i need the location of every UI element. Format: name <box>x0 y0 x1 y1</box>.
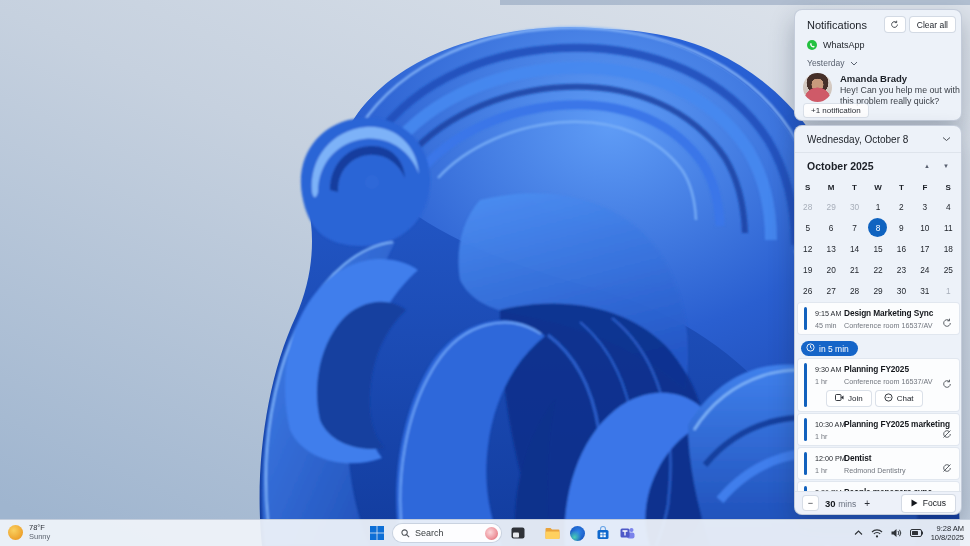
calendar-day[interactable]: 26 <box>796 280 819 301</box>
store-button[interactable] <box>594 525 611 542</box>
notifications-panel: Notifications Clear all WhatsApp Yesterd… <box>794 9 962 121</box>
weather-temperature: 78°F <box>29 523 50 532</box>
search-icon <box>401 529 410 538</box>
calendar-day[interactable]: 15 <box>866 238 889 259</box>
calendar-day[interactable]: 14 <box>843 238 866 259</box>
notification-message: Hey! Can you help me out with this probl… <box>840 85 964 106</box>
calendar-date-header[interactable]: Wednesday, October 8 <box>795 126 961 153</box>
tray-expand-icon[interactable] <box>854 530 863 536</box>
calendar-day[interactable]: 28 <box>796 196 819 217</box>
wifi-icon[interactable] <box>871 529 883 538</box>
calendar-day[interactable]: 6 <box>819 217 842 238</box>
search-box[interactable]: Search <box>393 524 501 542</box>
calendar-prev-button[interactable]: ▲ <box>924 163 930 169</box>
notification-group-label: WhatsApp <box>823 40 865 50</box>
event-location: Conference room 16537/AV <box>844 377 954 386</box>
calendar-day[interactable]: 25 <box>937 259 960 280</box>
agenda-event[interactable]: 2:30 PMPeople managers sync <box>798 482 959 491</box>
agenda-event[interactable]: 10:30 AMPlanning FY2025 marketing1 hr <box>798 414 959 445</box>
calendar-day[interactable]: 13 <box>819 238 842 259</box>
chat-icon <box>884 393 893 404</box>
calendar-day[interactable]: 27 <box>819 280 842 301</box>
duration-value: 30 <box>825 498 836 509</box>
calendar-day[interactable]: 1 <box>937 280 960 301</box>
event-duration: 1 hr <box>815 377 844 386</box>
task-view-button[interactable] <box>509 525 526 542</box>
calendar-day[interactable]: 5 <box>796 217 819 238</box>
focus-label: Focus <box>923 498 946 508</box>
tray-time: 9:28 AM <box>931 524 964 533</box>
calendar-day[interactable]: 11 <box>937 217 960 238</box>
calendar-day-header: T <box>843 179 866 196</box>
teams-button[interactable] <box>619 525 636 542</box>
battery-icon[interactable] <box>910 529 923 537</box>
increase-duration-button[interactable]: + <box>864 498 870 509</box>
weather-widget[interactable]: 78°F Sunny <box>8 523 50 541</box>
calendar-panel: Wednesday, October 8 October 2025 ▲ ▼ SM… <box>794 125 962 515</box>
event-time: 10:30 AM <box>815 420 844 429</box>
calendar-day[interactable]: 29 <box>866 280 889 301</box>
taskbar: 78°F Sunny Search 9:28 AM <box>0 519 970 546</box>
teams-icon <box>620 526 635 540</box>
calendar-day[interactable]: 17 <box>913 238 936 259</box>
event-duration: 1 hr <box>815 466 844 475</box>
refresh-icon <box>890 20 899 29</box>
recurring-icon <box>942 314 952 324</box>
agenda-list: 9:15 AMDesign Marketing Sync45 minConfer… <box>795 302 961 491</box>
start-button[interactable] <box>368 525 385 542</box>
calendar-day[interactable]: 2 <box>890 196 913 217</box>
calendar-day[interactable]: 31 <box>913 280 936 301</box>
folder-icon <box>545 527 560 540</box>
calendar-day[interactable]: 23 <box>890 259 913 280</box>
focus-button[interactable]: Focus <box>902 495 955 512</box>
calendar-day[interactable]: 16 <box>890 238 913 259</box>
calendar-next-button[interactable]: ▼ <box>943 163 949 169</box>
calendar-day[interactable]: 22 <box>866 259 889 280</box>
calendar-day[interactable]: 20 <box>819 259 842 280</box>
calendar-day[interactable]: 21 <box>843 259 866 280</box>
desktop: Notifications Clear all WhatsApp Yesterd… <box>0 0 970 546</box>
volume-icon[interactable] <box>891 528 902 538</box>
calendar-day[interactable]: 30 <box>890 280 913 301</box>
calendar-day[interactable]: 4 <box>937 196 960 217</box>
calendar-day[interactable]: 7 <box>843 217 866 238</box>
calendar-date-label: Wednesday, October 8 <box>807 134 942 145</box>
clear-all-button[interactable]: Clear all <box>910 17 955 32</box>
tray-date: 10/8/2025 <box>931 533 964 542</box>
task-view-icon <box>511 527 525 539</box>
calendar-day[interactable]: 19 <box>796 259 819 280</box>
countdown-pill[interactable]: in 5 min <box>801 341 858 356</box>
calendar-day[interactable]: 8 <box>866 217 889 238</box>
calendar-day[interactable]: 28 <box>843 280 866 301</box>
calendar-day[interactable]: 1 <box>866 196 889 217</box>
calendar-day[interactable]: 9 <box>890 217 913 238</box>
event-chat-button[interactable]: Chat <box>876 391 922 406</box>
calendar-day[interactable]: 3 <box>913 196 936 217</box>
file-explorer-button[interactable] <box>544 525 561 542</box>
decrease-duration-button[interactable]: − <box>803 496 818 510</box>
event-time: 9:30 AM <box>815 365 844 374</box>
notification-section[interactable]: Yesterday <box>795 50 961 68</box>
notification-item[interactable]: Amanda Brady Hey! Can you help me out wi… <box>795 68 961 106</box>
calendar-day[interactable]: 24 <box>913 259 936 280</box>
more-notifications-button[interactable]: +1 notification <box>804 104 868 117</box>
calendar-footer: − 30 mins + Focus <box>795 491 961 514</box>
calendar-day[interactable]: 29 <box>819 196 842 217</box>
notification-settings-button[interactable] <box>885 17 905 32</box>
notification-group-whatsapp[interactable]: WhatsApp <box>795 32 961 50</box>
agenda-event[interactable]: 9:15 AMDesign Marketing Sync45 minConfer… <box>798 303 959 334</box>
calendar-day[interactable]: 12 <box>796 238 819 259</box>
calendar-day[interactable]: 18 <box>937 238 960 259</box>
taskbar-clock[interactable]: 9:28 AM 10/8/2025 <box>931 524 964 542</box>
edge-button[interactable] <box>569 525 586 542</box>
event-location: Redmond Dentistry <box>844 466 954 475</box>
agenda-event[interactable]: 12:00 PMDentist1 hrRedmond Dentistry <box>798 448 959 479</box>
taskbar-center: Search <box>368 520 636 546</box>
edge-icon <box>570 526 585 541</box>
search-highlight-icon <box>485 527 498 540</box>
calendar-day[interactable]: 10 <box>913 217 936 238</box>
event-title: Dentist <box>844 453 954 463</box>
calendar-day[interactable]: 30 <box>843 196 866 217</box>
agenda-event[interactable]: 9:30 AMPlanning FY20251 hrConference roo… <box>798 359 959 411</box>
event-join-button[interactable]: Join <box>827 391 871 406</box>
